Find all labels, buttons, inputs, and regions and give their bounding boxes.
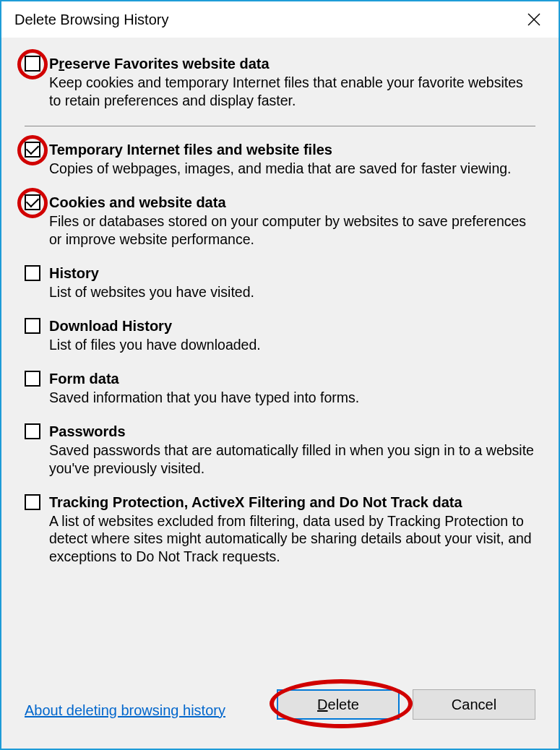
option-description: List of files you have downloaded.	[49, 336, 535, 354]
checkbox-wrap	[25, 494, 43, 513]
cancel-button[interactable]: Cancel	[413, 689, 535, 720]
form-data-checkbox[interactable]	[25, 371, 40, 387]
checkbox-wrap	[25, 318, 43, 337]
preserve-favorites-checkbox[interactable]	[25, 56, 40, 72]
window-title: Delete Browsing History	[14, 12, 168, 28]
cookies-checkbox[interactable]	[25, 194, 40, 210]
option-text: Download History List of files you have …	[49, 317, 535, 354]
option-text: Passwords Saved passwords that are autom…	[49, 423, 535, 478]
option-text: Cookies and website data Files or databa…	[49, 194, 535, 249]
dialog-window: Delete Browsing History Preserve Favorit…	[0, 0, 560, 750]
option-label: Passwords	[49, 423, 535, 440]
checkbox-wrap	[25, 56, 43, 74]
history-checkbox[interactable]	[25, 265, 40, 281]
option-temporary-files: Temporary Internet files and website fil…	[25, 141, 535, 178]
temporary-files-checkbox[interactable]	[25, 142, 40, 158]
download-history-checkbox[interactable]	[25, 318, 40, 334]
dialog-footer: About deleting browsing history Delete C…	[1, 684, 559, 749]
divider	[25, 126, 535, 126]
option-tracking-protection: Tracking Protection, ActiveX Filtering a…	[25, 493, 535, 566]
close-icon	[527, 13, 540, 26]
option-preserve-favorites: Preserve Favorites website data Keep coo…	[25, 55, 535, 110]
option-description: Saved passwords that are automatically f…	[49, 441, 535, 478]
option-description: Keep cookies and temporary Internet file…	[49, 74, 535, 110]
option-label: History	[49, 264, 535, 282]
option-passwords: Passwords Saved passwords that are autom…	[25, 423, 535, 478]
option-label: Form data	[49, 370, 535, 387]
dialog-content: Preserve Favorites website data Keep coo…	[1, 38, 559, 684]
option-text: Temporary Internet files and website fil…	[49, 141, 535, 178]
checkbox-wrap	[25, 265, 43, 284]
option-cookies: Cookies and website data Files or databa…	[25, 194, 535, 249]
option-description: Saved information that you have typed in…	[49, 389, 535, 407]
checkbox-wrap	[25, 142, 43, 160]
about-deleting-history-link[interactable]: About deleting browsing history	[25, 702, 225, 719]
option-label: Download History	[49, 317, 535, 335]
option-form-data: Form data Saved information that you hav…	[25, 370, 535, 407]
option-description: A list of websites excluded from filteri…	[49, 512, 535, 566]
option-description: Copies of webpages, images, and media th…	[49, 160, 535, 178]
option-label: Preserve Favorites website data	[49, 55, 535, 72]
option-label: Tracking Protection, ActiveX Filtering a…	[49, 493, 535, 511]
option-label: Cookies and website data	[49, 194, 535, 211]
checkbox-wrap	[25, 423, 43, 442]
option-text: Tracking Protection, ActiveX Filtering a…	[49, 493, 535, 566]
option-text: History List of websites you have visite…	[49, 264, 535, 301]
button-row: Delete Cancel	[277, 689, 535, 720]
passwords-checkbox[interactable]	[25, 423, 40, 439]
option-description: Files or databases stored on your comput…	[49, 212, 535, 249]
option-history: History List of websites you have visite…	[25, 264, 535, 301]
titlebar: Delete Browsing History	[1, 1, 559, 38]
option-text: Form data Saved information that you hav…	[49, 370, 535, 407]
option-download-history: Download History List of files you have …	[25, 317, 535, 354]
checkbox-wrap	[25, 194, 43, 213]
option-description: List of websites you have visited.	[49, 283, 535, 301]
tracking-protection-checkbox[interactable]	[25, 494, 40, 510]
option-label: Temporary Internet files and website fil…	[49, 141, 535, 158]
checkbox-wrap	[25, 371, 43, 389]
delete-button[interactable]: Delete	[277, 689, 400, 720]
option-text: Preserve Favorites website data Keep coo…	[49, 55, 535, 110]
close-button[interactable]	[518, 7, 550, 33]
